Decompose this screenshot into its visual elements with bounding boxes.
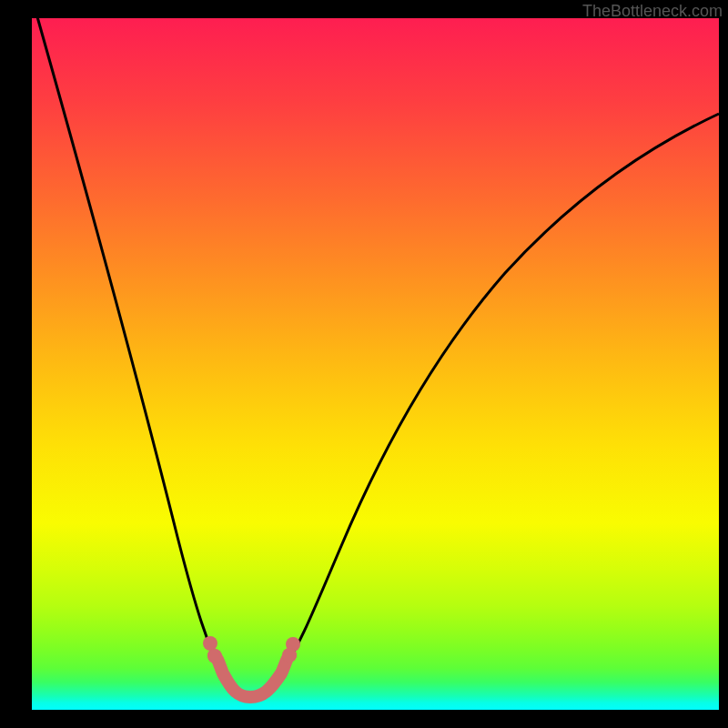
notch-segment: [214, 655, 290, 697]
chart-container: TheBottleneck.com: [0, 0, 728, 728]
chart-overlay: [32, 18, 719, 710]
notch-dot-right-lower: [282, 648, 297, 662]
notch-dot-left-upper: [203, 636, 217, 651]
bottleneck-curve: [36, 14, 719, 697]
notch-dot-left-lower: [207, 649, 222, 663]
attribution-label: TheBottleneck.com: [582, 2, 723, 21]
